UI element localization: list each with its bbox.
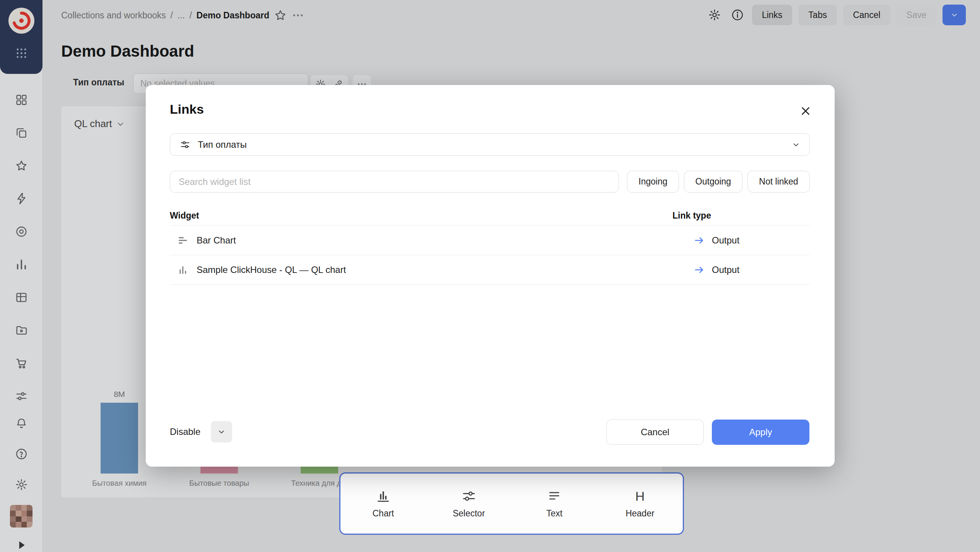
disable-dropdown-button[interactable] <box>211 421 232 443</box>
table-row[interactable]: Sample ClickHouse - QL — QL chart Output <box>170 255 810 285</box>
filter-ingoing-button[interactable]: Ingoing <box>627 171 679 193</box>
widget-search-input[interactable] <box>170 171 619 193</box>
links-icon <box>179 139 191 150</box>
filter-not-linked-button[interactable]: Not linked <box>747 171 810 193</box>
tool-label: Chart <box>373 508 394 519</box>
add-header-button[interactable]: H Header <box>597 474 683 534</box>
links-dialog: Links Тип оплаты Ingoing Outgoing Not li… <box>146 85 835 467</box>
widget-select-dropdown[interactable]: Тип оплаты <box>170 133 810 156</box>
dialog-title: Links <box>170 102 204 117</box>
header-h-icon: H <box>635 488 645 504</box>
close-icon[interactable] <box>797 103 814 119</box>
row-widget-name: Sample ClickHouse - QL — QL chart <box>197 265 346 275</box>
chevron-down-icon <box>792 140 800 149</box>
link-type-value: Output <box>712 235 739 246</box>
widget-select-value: Тип оплаты <box>198 139 247 150</box>
add-widget-toolbar: Chart Selector Text H Header <box>339 472 684 535</box>
text-icon <box>547 488 562 504</box>
chevron-down-icon <box>217 428 226 436</box>
chart-icon <box>376 488 391 504</box>
filter-outgoing-button[interactable]: Outgoing <box>684 171 742 193</box>
row-widget-name: Bar Chart <box>197 235 236 246</box>
disable-label: Disable <box>170 426 200 437</box>
column-header-widget: Widget <box>170 211 199 221</box>
tool-label: Selector <box>453 508 485 519</box>
table-row[interactable]: Bar Chart Output <box>170 225 810 255</box>
selector-icon <box>461 488 477 504</box>
link-type-value: Output <box>712 265 739 275</box>
dialog-cancel-button[interactable]: Cancel <box>606 420 704 445</box>
add-chart-button[interactable]: Chart <box>340 474 426 534</box>
tool-label: Header <box>625 508 654 519</box>
row-link-type: Output <box>686 264 739 276</box>
add-selector-button[interactable]: Selector <box>426 474 512 534</box>
arrow-right-icon <box>693 235 705 246</box>
column-chart-widget-icon <box>177 265 188 275</box>
arrow-right-icon <box>693 264 705 276</box>
bar-chart-widget-icon <box>177 235 188 246</box>
column-header-link-type: Link type <box>672 211 711 221</box>
dialog-apply-button[interactable]: Apply <box>712 420 809 445</box>
row-link-type: Output <box>686 235 739 246</box>
add-text-button[interactable]: Text <box>512 474 597 534</box>
tool-label: Text <box>546 508 562 519</box>
